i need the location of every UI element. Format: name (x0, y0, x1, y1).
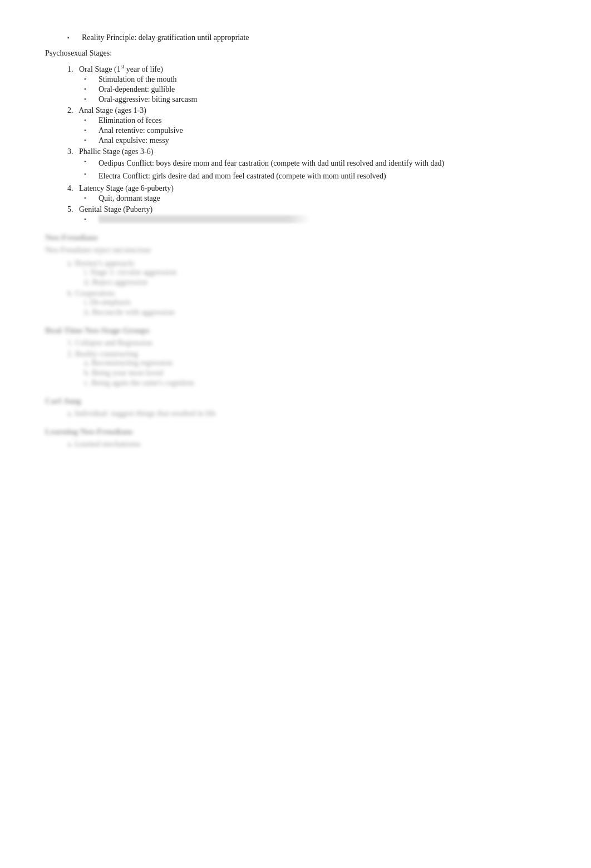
bullet-oral-dependent: ▪ Oral-dependent: gullible (84, 85, 546, 94)
real-time-section: Real-Time Neo-Stage Groups 1. Collapse a… (45, 326, 546, 388)
top-bullet-item: ▪ Reality Principle: delay gratification… (67, 33, 546, 42)
stage-1-bullets: ▪ Stimulation of the mouth ▪ Oral-depend… (84, 75, 546, 104)
neo-freudians-section: Neo-Freudians Neo-Freudians reject uncon… (45, 233, 546, 317)
stage-4-bullets: ▪ Quit, dormant stage (84, 194, 546, 203)
bullet-anal-retentive: ▪ Anal retentive: compulsive (84, 126, 546, 135)
bullet-elimination: ▪ Elimination of feces (84, 116, 546, 125)
stage-5: 5. Genital Stage (Puberty) ▪ (67, 205, 546, 223)
bullet-oedipus: ▪ Oedipus Conflict: boys desire mom and … (84, 157, 546, 169)
bullet-stimulation: ▪ Stimulation of the mouth (84, 75, 546, 84)
stage-1: 1. Oral Stage (1st year of life) ▪ Stimu… (67, 63, 546, 104)
page-content: ▪ Reality Principle: delay gratification… (45, 33, 546, 449)
psychosexual-label: Psychosexual Stages: (45, 49, 546, 58)
stage-3-title: Phallic Stage (ages 3-6) (79, 147, 153, 156)
stage-2-title: Anal Stage (ages 1-3) (78, 106, 146, 115)
stage-3: 3. Phallic Stage (ages 3-6) ▪ Oedipus Co… (67, 147, 546, 182)
blurred-content: Neo-Freudians Neo-Freudians reject uncon… (45, 233, 546, 449)
top-bullet-symbol: ▪ (67, 34, 78, 41)
stage-5-bullets: ▪ (84, 215, 546, 223)
stage-1-title: Oral Stage (1st year of life) (79, 65, 163, 73)
bullet-electra: ▪ Electra Conflict: girls desire dad and… (84, 170, 546, 182)
bullet-quit: ▪ Quit, dormant stage (84, 194, 546, 203)
bullet-anal-expulsive: ▪ Anal expulsive: messy (84, 136, 546, 145)
bullet-genital-1: ▪ (84, 215, 546, 223)
stage-4: 4. Latency Stage (age 6-puberty) ▪ Quit,… (67, 184, 546, 203)
stage-3-bullets: ▪ Oedipus Conflict: boys desire mom and … (84, 157, 546, 182)
top-bullet-text: Reality Principle: delay gratification u… (82, 33, 249, 42)
stage-5-title: Genital Stage (Puberty) (79, 205, 152, 214)
stage-2: 2. Anal Stage (ages 1-3) ▪ Elimination o… (67, 106, 546, 145)
stage-2-bullets: ▪ Elimination of feces ▪ Anal retentive:… (84, 116, 546, 145)
learning-neo-freudians-section: Learning Neo-Freudians a. Learned mechan… (45, 427, 546, 449)
stages-list: 1. Oral Stage (1st year of life) ▪ Stimu… (67, 63, 546, 223)
stage-4-title: Latency Stage (age 6-puberty) (79, 184, 174, 192)
bullet-oral-aggressive: ▪ Oral-aggressive: biting sarcasm (84, 95, 546, 104)
carl-jung-section: Carl Jung a. Individual: suggest things … (45, 396, 546, 418)
